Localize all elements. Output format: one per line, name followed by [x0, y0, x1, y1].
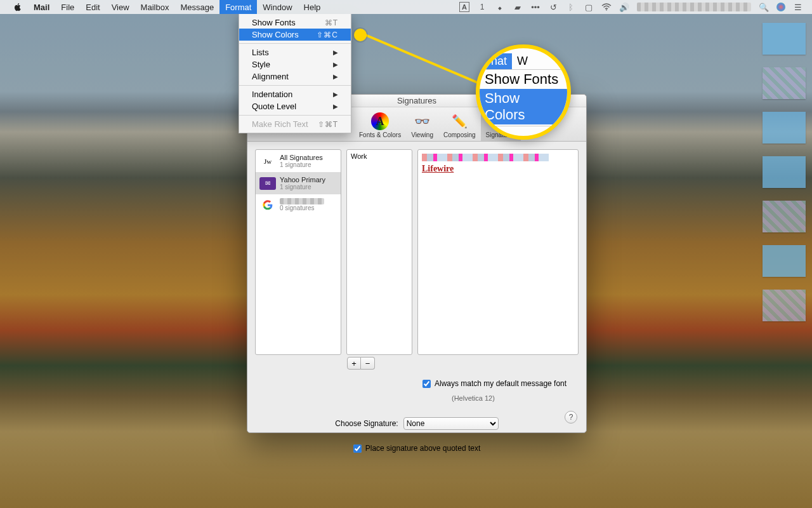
- menu-mailbox[interactable]: Mailbox: [135, 0, 175, 14]
- svg-point-0: [606, 10, 607, 11]
- menu-file[interactable]: File: [55, 0, 80, 14]
- menu-message[interactable]: Message: [174, 0, 219, 14]
- dropbox-icon[interactable]: ⬥: [495, 2, 505, 12]
- add-signature-button[interactable]: +: [347, 357, 361, 370]
- menubar: Mail File Edit View Mailbox Message Form…: [0, 0, 812, 14]
- menu-item-label: Show Fonts: [252, 18, 296, 27]
- submenu-arrow-icon: ▶: [333, 73, 338, 80]
- window-title: Signatures: [397, 96, 436, 105]
- menu-window[interactable]: Window: [257, 0, 298, 14]
- font-note: (Helvetica 12): [452, 394, 579, 402]
- tab-fonts-colors[interactable]: A Fonts & Colors: [354, 112, 406, 141]
- bluetooth-icon[interactable]: ᛒ: [566, 2, 576, 12]
- menu-view[interactable]: View: [106, 0, 135, 14]
- match-font-label: Always match my default message font: [435, 379, 566, 388]
- menu-format[interactable]: Format: [219, 0, 257, 14]
- annotation-magnifier: natW Show Fonts Show Colors ists: [476, 44, 571, 140]
- tab-composing[interactable]: ✏️ Composing: [438, 112, 481, 141]
- menu-item-label: Show Colors: [252, 30, 299, 39]
- airplay-icon[interactable]: ▢: [584, 2, 594, 12]
- submenu-arrow-icon: ▶: [333, 103, 338, 110]
- siri-icon[interactable]: [776, 3, 785, 11]
- match-font-checkbox[interactable]: [422, 380, 431, 388]
- menu-edit[interactable]: Edit: [80, 0, 105, 14]
- submenu-arrow-icon: ▶: [333, 91, 338, 98]
- menu-style[interactable]: Style▶: [239, 58, 351, 70]
- menu-alignment[interactable]: Alignment▶: [239, 70, 351, 83]
- more-icon[interactable]: •••: [530, 2, 540, 12]
- signatures-list-pane: Work + −: [346, 149, 412, 355]
- composing-icon: ✏️: [450, 112, 468, 130]
- submenu-arrow-icon: ▶: [333, 49, 338, 56]
- google-icon: [259, 199, 276, 211]
- account-yahoo[interactable]: ✉ Yahoo Primary1 signature: [256, 172, 341, 194]
- wifi-icon[interactable]: [601, 2, 612, 12]
- app-menu[interactable]: Mail: [28, 0, 55, 14]
- shortcut-label: ⇧⌘T: [318, 120, 338, 129]
- redacted-line: [422, 154, 549, 161]
- format-dropdown: Show Fonts ⌘T Show Colors ⇧⌘C Lists▶ Sty…: [239, 14, 351, 133]
- place-above-label: Place signature above quoted text: [365, 444, 480, 453]
- accounts-pane: Jw All Signatures1 signature ✉ Yahoo Pri…: [255, 149, 341, 355]
- timemachine-icon[interactable]: ↺: [548, 2, 558, 12]
- viewing-icon: 👓: [414, 112, 431, 130]
- signature-item[interactable]: Work: [347, 150, 412, 163]
- status-badge: 1: [477, 2, 487, 12]
- volume-icon[interactable]: 🔊: [619, 2, 629, 12]
- menu-show-fonts[interactable]: Show Fonts ⌘T: [239, 17, 351, 29]
- signature-preview-pane[interactable]: Lifewire: [417, 149, 579, 355]
- submenu-arrow-icon: ▶: [333, 61, 338, 68]
- apple-menu[interactable]: [8, 0, 28, 14]
- menu-make-rich-text[interactable]: Make Rich Text ⇧⌘T: [239, 118, 351, 130]
- choose-signature-label: Choose Signature:: [335, 419, 398, 428]
- menubar-clock-blurred: [637, 3, 751, 11]
- adobe-cc-icon[interactable]: A: [459, 2, 469, 12]
- fonts-colors-icon: A: [371, 112, 389, 130]
- remove-signature-button[interactable]: −: [361, 357, 375, 370]
- help-button[interactable]: ?: [565, 411, 577, 424]
- menu-indentation[interactable]: Indentation▶: [239, 88, 351, 100]
- tab-viewing[interactable]: 👓 Viewing: [406, 112, 438, 141]
- account-google[interactable]: 0 signatures: [256, 194, 341, 215]
- menu-help[interactable]: Help: [298, 0, 327, 14]
- signatures-preferences-window: Signatures A Fonts & Colors 👓 Viewing ✏️…: [247, 94, 587, 433]
- desktop-items-blurred: [763, 23, 806, 321]
- menu-lists[interactable]: Lists▶: [239, 46, 351, 58]
- account-name-blurred: [280, 198, 324, 204]
- signature-icon: Jw: [259, 155, 276, 168]
- choose-signature-select[interactable]: None: [403, 417, 499, 430]
- place-above-checkbox[interactable]: [353, 444, 362, 453]
- shortcut-label: ⇧⌘C: [317, 30, 338, 39]
- notification-center-icon[interactable]: ☰: [793, 2, 803, 12]
- shortcut-label: ⌘T: [325, 18, 338, 27]
- annotation-dot: [354, 29, 367, 41]
- account-all-signatures[interactable]: Jw All Signatures1 signature: [256, 150, 341, 172]
- spotlight-icon[interactable]: 🔍: [759, 2, 769, 12]
- signature-link: Lifewire: [422, 164, 574, 174]
- menu-show-colors[interactable]: Show Colors ⇧⌘C: [239, 29, 351, 41]
- menu-quote-level[interactable]: Quote Level▶: [239, 100, 351, 112]
- yahoo-icon: ✉: [259, 177, 276, 190]
- screen-icon[interactable]: ▰: [513, 2, 523, 12]
